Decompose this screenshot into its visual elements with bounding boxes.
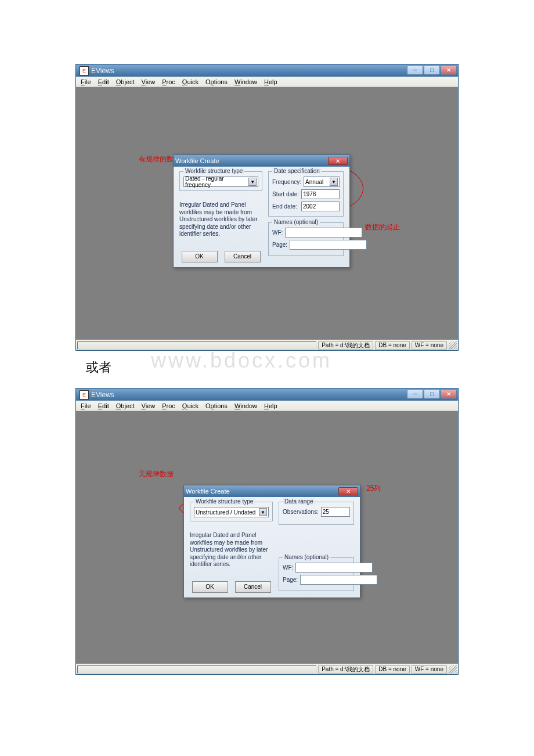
status-wf: WF = none: [412, 665, 447, 674]
status-path: Path = d:\我的文档: [318, 341, 373, 350]
titlebar[interactable]: E EViews ─ □ ✕: [76, 64, 458, 77]
page-label: Page:: [272, 242, 287, 248]
page-input[interactable]: [290, 240, 367, 250]
menubar: File Edit Object View Proc Quick Options…: [76, 401, 458, 411]
chevron-down-icon: ▼: [330, 178, 338, 186]
structure-type-select[interactable]: Dated - regular frequency ▼: [183, 177, 258, 187]
status-db: DB = none: [375, 341, 410, 350]
menu-proc[interactable]: Proc: [158, 78, 179, 86]
names-group: Names (optional) WF: Page:: [268, 222, 344, 256]
ok-button[interactable]: OK: [182, 251, 218, 262]
eviews-window-1: E EViews ─ □ ✕ File Edit Object View Pro…: [75, 64, 459, 351]
menu-view[interactable]: View: [138, 78, 159, 86]
wf-label: WF:: [272, 229, 283, 236]
annotation-columns: 25列: [366, 484, 381, 494]
status-path: Path = d:\我的文档: [318, 665, 373, 674]
annotation-data-range: 数据的起止: [365, 222, 400, 232]
menubar: File Edit Object View Proc Quick Options…: [76, 77, 458, 87]
close-button[interactable]: ✕: [441, 65, 457, 75]
cancel-button[interactable]: Cancel: [225, 251, 261, 262]
statusbar: Path = d:\我的文档 DB = none WF = none: [76, 664, 458, 674]
resize-grip[interactable]: [449, 341, 457, 350]
workspace: 有规律的数据 数据的起止 Workfile Create ✕ Workfile …: [76, 87, 458, 340]
close-button[interactable]: ✕: [441, 389, 457, 399]
menu-help[interactable]: Help: [261, 402, 281, 410]
chevron-down-icon: ▼: [248, 178, 257, 186]
workfile-create-dialog: Workfile Create ✕ Workfile structure typ…: [183, 485, 360, 598]
observations-input[interactable]: [321, 507, 350, 517]
page-input[interactable]: [300, 575, 377, 585]
start-date-input[interactable]: [301, 189, 340, 199]
ok-button[interactable]: OK: [192, 581, 228, 593]
date-legend: Date specification: [272, 168, 322, 174]
menu-help[interactable]: Help: [261, 78, 281, 86]
app-title: EViews: [91, 67, 114, 75]
statusbar: Path = d:\我的文档 DB = none WF = none: [76, 340, 458, 350]
chevron-down-icon: ▼: [259, 508, 267, 516]
annotation-irregular-data: 无规律数据: [139, 469, 174, 479]
menu-quick[interactable]: Quick: [179, 78, 202, 86]
names-group: Names (optional) WF: Page:: [279, 557, 354, 591]
menu-edit[interactable]: Edit: [95, 402, 113, 410]
dialog-titlebar[interactable]: Workfile Create ✕: [184, 485, 360, 497]
app-icon: E: [80, 66, 89, 75]
status-db: DB = none: [375, 665, 410, 674]
structure-legend: Workfile structure type: [183, 168, 244, 174]
structure-legend: Workfile structure type: [194, 498, 255, 505]
dialog-close-button[interactable]: ✕: [338, 487, 358, 495]
resize-grip[interactable]: [449, 665, 457, 674]
menu-quick[interactable]: Quick: [179, 402, 202, 410]
obs-label: Observations:: [283, 509, 319, 515]
menu-options[interactable]: Options: [202, 78, 231, 86]
end-label: End date:: [272, 203, 299, 210]
date-spec-group: Date specification Frequency: Annual ▼ S…: [268, 171, 344, 217]
app-title: EViews: [91, 391, 114, 399]
app-icon: E: [80, 390, 89, 399]
dialog-titlebar[interactable]: Workfile Create ✕: [174, 155, 349, 167]
maximize-button[interactable]: □: [424, 389, 440, 399]
range-legend: Data range: [283, 498, 315, 505]
wf-input[interactable]: [295, 563, 373, 573]
structure-type-group: Workfile structure type Unstructured / U…: [190, 502, 273, 521]
menu-object[interactable]: Object: [113, 402, 138, 410]
dialog-close-button[interactable]: ✕: [328, 157, 348, 165]
menu-edit[interactable]: Edit: [95, 78, 113, 86]
titlebar[interactable]: E EViews ─ □ ✕: [76, 388, 458, 401]
middle-text: 或者: [86, 359, 534, 376]
structure-description: Irregular Dated and Panel workfiles may …: [190, 532, 273, 568]
menu-object[interactable]: Object: [113, 78, 138, 86]
menu-window[interactable]: Window: [231, 402, 261, 410]
end-date-input[interactable]: [301, 201, 340, 211]
data-range-group: Data range Observations:: [279, 502, 354, 525]
menu-view[interactable]: View: [138, 402, 159, 410]
freq-label: Frequency:: [272, 179, 301, 185]
structure-description: Irregular Dated and Panel workfiles may …: [179, 201, 262, 238]
menu-window[interactable]: Window: [231, 78, 261, 86]
names-legend: Names (optional): [272, 219, 320, 225]
menu-proc[interactable]: Proc: [158, 402, 179, 410]
menu-file[interactable]: File: [77, 402, 95, 410]
structure-type-group: Workfile structure type Dated - regular …: [179, 171, 262, 191]
status-wf: WF = none: [412, 341, 447, 350]
workfile-create-dialog: Workfile Create ✕ Workfile structure typ…: [173, 154, 350, 268]
wf-label: WF:: [283, 564, 293, 571]
eviews-window-2: E EViews ─ □ ✕ File Edit Object View Pro…: [75, 388, 459, 675]
start-label: Start date:: [272, 191, 299, 197]
minimize-button[interactable]: ─: [407, 389, 423, 399]
status-left: [77, 341, 316, 350]
status-left: [77, 665, 316, 674]
page-label: Page:: [283, 577, 298, 583]
menu-options[interactable]: Options: [202, 402, 231, 410]
structure-type-select[interactable]: Unstructured / Undated ▼: [194, 507, 269, 517]
minimize-button[interactable]: ─: [407, 65, 423, 75]
wf-input[interactable]: [285, 228, 362, 237]
frequency-select[interactable]: Annual ▼: [304, 177, 340, 187]
menu-file[interactable]: File: [77, 78, 95, 86]
dialog-title: Workfile Create: [175, 157, 219, 164]
names-legend: Names (optional): [283, 554, 330, 560]
maximize-button[interactable]: □: [424, 65, 440, 75]
cancel-button[interactable]: Cancel: [235, 581, 271, 593]
workspace: 无规律数据 25列 Workfile Create ✕ Workfile str…: [76, 411, 458, 664]
dialog-title: Workfile Create: [186, 488, 230, 495]
